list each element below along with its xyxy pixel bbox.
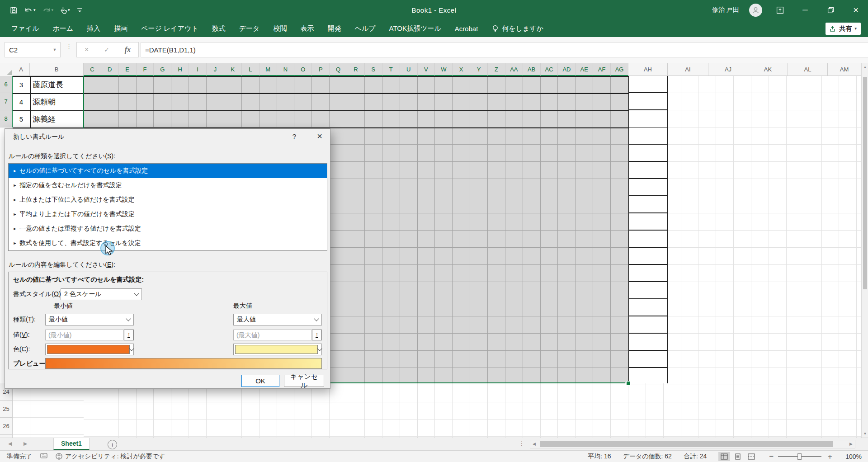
ribbon-tab-2[interactable]: 挿入 (80, 20, 107, 37)
cell-b7[interactable]: 源頼朝 (30, 93, 84, 110)
vertical-scrollbar[interactable]: ▲ ▼ (861, 63, 868, 438)
ok-button[interactable]: OK (241, 375, 279, 387)
name-box[interactable]: C2 ▼ (5, 42, 61, 57)
horizontal-scrollbar[interactable]: ◀ ▶ (530, 440, 855, 448)
cell-a6[interactable]: 3 (13, 76, 30, 93)
avatar[interactable] (749, 4, 762, 17)
col-header-R[interactable]: R (347, 63, 365, 76)
col-header-AG[interactable]: AG (611, 63, 628, 76)
save-icon[interactable] (10, 6, 18, 14)
max-type-dropdown[interactable]: 最大値 (233, 314, 322, 325)
undo-caret-icon[interactable]: ▾ (33, 8, 36, 12)
col-header-E[interactable]: E (119, 63, 137, 76)
col-header-AF[interactable]: AF (593, 63, 611, 76)
normal-view-icon[interactable] (718, 452, 730, 461)
ribbon-tab-10[interactable]: ヘルプ (348, 20, 382, 37)
name-box-caret-icon[interactable]: ▼ (49, 47, 60, 52)
col-header-D[interactable]: D (101, 63, 119, 76)
col-header-L[interactable]: L (242, 63, 259, 76)
page-layout-view-icon[interactable] (732, 452, 744, 461)
ribbon-tab-12[interactable]: Acrobat (448, 20, 485, 37)
scroll-up-icon[interactable]: ▲ (862, 65, 868, 69)
share-button[interactable]: 共有 ▾ (826, 23, 861, 35)
col-header-W[interactable]: W (435, 63, 453, 76)
max-color-dropdown[interactable] (233, 344, 322, 355)
row-header-6[interactable]: 6 (0, 76, 13, 93)
col-header-K[interactable]: K (224, 63, 242, 76)
sheet-tab-active[interactable]: Sheet1 (53, 438, 90, 450)
macro-record-icon[interactable] (40, 453, 47, 460)
col-header-Z[interactable]: Z (488, 63, 505, 76)
col-header-U[interactable]: U (400, 63, 418, 76)
prev-sheet-icon[interactable]: ◀ (8, 441, 12, 447)
col-header-S[interactable]: S (365, 63, 382, 76)
ribbon-tab-7[interactable]: 校閲 (266, 20, 293, 37)
formula-input[interactable]: =DATE(B1,D1,1) (141, 42, 868, 57)
col-header-O[interactable]: O (294, 63, 312, 76)
scroll-left-icon[interactable]: ◀ (533, 442, 536, 446)
col-header-AL[interactable]: AL (788, 63, 828, 76)
col-header-AA[interactable]: AA (505, 63, 523, 76)
col-header-N[interactable]: N (277, 63, 295, 76)
max-value-picker-button[interactable]: ↑ (312, 330, 322, 340)
redo-button[interactable]: ▾ (42, 7, 54, 14)
col-header-M[interactable]: M (259, 63, 277, 76)
dialog-close-button[interactable]: × (311, 130, 328, 142)
col-header-P[interactable]: P (312, 63, 330, 76)
col-header-AK[interactable]: AK (748, 63, 788, 76)
zoom-slider[interactable] (778, 456, 821, 457)
row-header-25[interactable]: 25 (0, 401, 13, 418)
col-header-A[interactable]: A (13, 63, 30, 76)
col-header-AH[interactable]: AH (628, 63, 668, 76)
ribbon-tab-9[interactable]: 開発 (321, 20, 348, 37)
insert-function-icon[interactable]: fx (125, 46, 131, 54)
col-header-Q[interactable]: Q (330, 63, 347, 76)
ribbon-tab-11[interactable]: ATOK拡張ツール (382, 20, 448, 37)
col-header-H[interactable]: H (171, 63, 189, 76)
ribbon-tab-8[interactable]: 表示 (293, 20, 321, 37)
ribbon-display-options-icon[interactable] (772, 3, 788, 17)
col-header-AI[interactable]: AI (668, 63, 708, 76)
col-header-T[interactable]: T (382, 63, 400, 76)
close-button[interactable]: × (848, 3, 863, 17)
page-break-view-icon[interactable] (745, 452, 757, 461)
min-color-dropdown[interactable] (45, 344, 134, 355)
scroll-down-icon[interactable]: ▼ (862, 432, 868, 436)
col-header-X[interactable]: X (453, 63, 470, 76)
col-header-V[interactable]: V (418, 63, 435, 76)
col-header-B[interactable]: B (30, 63, 84, 76)
dialog-help-button[interactable]: ? (288, 131, 301, 142)
ribbon-tab-1[interactable]: ホーム (46, 20, 80, 37)
next-sheet-icon[interactable]: ▶ (24, 441, 27, 447)
cell-b6[interactable]: 藤原道長 (30, 76, 84, 93)
cell-b8[interactable]: 源義経 (30, 110, 84, 127)
rule-type-item-1[interactable]: ►指定の値を含むセルだけを書式設定 (9, 178, 327, 193)
new-sheet-button[interactable]: + (108, 440, 117, 449)
rule-type-item-4[interactable]: ►一意の値または重複する値だけを書式設定 (9, 222, 327, 236)
select-all-corner[interactable] (0, 63, 13, 76)
rule-type-item-5[interactable]: ►数式を使用して、書式設定するセルを決定 (9, 236, 327, 250)
col-header-AC[interactable]: AC (541, 63, 558, 76)
ribbon-tab-0[interactable]: ファイル (5, 20, 46, 37)
col-header-Y[interactable]: Y (470, 63, 488, 76)
account-name[interactable]: 修治 戸田 (712, 6, 739, 14)
row-header-7[interactable]: 7 (0, 93, 13, 110)
tell-me-box[interactable]: 何をしますか (492, 24, 543, 33)
col-header-AM[interactable]: AM (828, 63, 861, 76)
customize-qat-button[interactable] (77, 7, 83, 14)
col-header-F[interactable]: F (137, 63, 154, 76)
rule-type-item-3[interactable]: ►平均より上または下の値だけを書式設定 (9, 207, 327, 222)
cell-a7[interactable]: 4 (13, 93, 30, 110)
row-header-8[interactable]: 8 (0, 110, 13, 127)
ribbon-tab-6[interactable]: データ (232, 20, 267, 37)
ribbon-tab-4[interactable]: ページ レイアウト (134, 20, 205, 37)
zoom-out-icon[interactable]: − (769, 453, 774, 460)
confirm-entry-icon[interactable]: ✓ (104, 46, 109, 53)
zoom-level[interactable]: 100% (845, 453, 862, 460)
col-header-C[interactable]: C (84, 63, 101, 76)
col-header-G[interactable]: G (154, 63, 171, 76)
touch-mode-caret-icon[interactable]: ▾ (68, 8, 70, 12)
fill-handle[interactable] (626, 381, 631, 386)
zoom-in-icon[interactable]: ＋ (826, 453, 834, 460)
cancel-button[interactable]: キャンセル (284, 375, 324, 387)
